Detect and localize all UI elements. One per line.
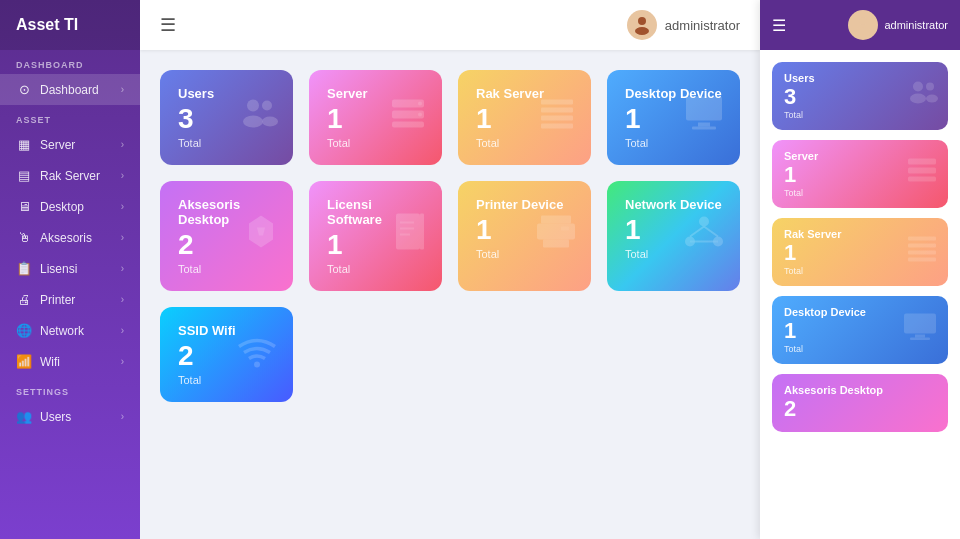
svg-rect-12 — [541, 107, 573, 112]
svg-rect-14 — [541, 123, 573, 128]
sidebar-item-aksesoris[interactable]: 🖱 Aksesoris › — [0, 222, 140, 253]
chevron-icon: › — [121, 84, 124, 95]
card-network[interactable]: Network Device 1 Total — [607, 181, 740, 291]
svg-point-10 — [418, 112, 422, 116]
svg-point-0 — [638, 17, 646, 25]
card-printer-title: Printer Device — [476, 197, 573, 212]
sidebar-item-rakserver[interactable]: ▤ Rak Server › — [0, 160, 140, 191]
sidebar-item-server[interactable]: ▦ Server › — [0, 129, 140, 160]
chevron-icon-rakserver: › — [121, 170, 124, 181]
svg-rect-46 — [908, 258, 936, 262]
card-users-icon — [239, 95, 279, 140]
svg-rect-18 — [396, 214, 420, 250]
sidebar-label-rakserver: Rak Server — [40, 169, 100, 183]
desktop-icon: 🖥 — [16, 199, 32, 214]
card-server-icon — [388, 95, 428, 140]
card-lisensi[interactable]: Licensi Software 1 Total — [309, 181, 442, 291]
mini-card-aksesoris-number: 2 — [784, 396, 936, 422]
svg-rect-45 — [908, 251, 936, 255]
svg-rect-16 — [698, 122, 710, 126]
svg-line-31 — [704, 227, 718, 237]
svg-rect-8 — [392, 121, 424, 127]
svg-point-1 — [635, 27, 649, 35]
card-network-icon — [682, 214, 726, 259]
svg-point-38 — [926, 83, 934, 91]
card-aksesoris-label: Total — [178, 263, 275, 275]
sidebar-label-wifi: Wifi — [40, 355, 60, 369]
svg-point-2 — [247, 99, 259, 111]
sidebar-label-network: Network — [40, 324, 84, 338]
topbar: ☰ administrator — [140, 0, 760, 50]
svg-rect-20 — [400, 222, 414, 224]
card-aksesoris[interactable]: Aksesoris Desktop 2 Total — [160, 181, 293, 291]
sidebar-label-printer: Printer — [40, 293, 75, 307]
sidebar-item-dashboard[interactable]: ⊙ Dashboard › — [0, 74, 140, 105]
svg-rect-47 — [904, 314, 936, 334]
svg-point-9 — [418, 101, 422, 105]
svg-rect-15 — [686, 96, 722, 120]
card-aksesoris-icon — [243, 214, 279, 259]
server-icon: ▦ — [16, 137, 32, 152]
card-rakserver[interactable]: Rak Server 1 Total — [458, 70, 591, 165]
sidebar-label-server: Server — [40, 138, 75, 152]
right-panel-admin-name: administrator — [884, 19, 948, 31]
chevron-icon-lisensi: › — [121, 263, 124, 274]
svg-point-27 — [699, 217, 709, 227]
card-server[interactable]: Server 1 Total — [309, 70, 442, 165]
sidebar-label-aksesoris: Aksesoris — [40, 231, 92, 245]
wifi-icon: 📶 — [16, 354, 32, 369]
svg-point-34 — [859, 17, 867, 25]
dashboard-icon: ⊙ — [16, 82, 32, 97]
card-desktop-icon — [682, 94, 726, 141]
card-desktop[interactable]: Desktop Device 1 Total — [607, 70, 740, 165]
aksesoris-icon: 🖱 — [16, 230, 32, 245]
card-printer[interactable]: Printer Device 1 Total — [458, 181, 591, 291]
cards-grid: Users 3 Total Server 1 Total — [160, 70, 740, 402]
mini-card-rakserver[interactable]: Rak Server 1 Total — [772, 218, 948, 286]
sidebar-item-desktop[interactable]: 🖥 Desktop › — [0, 191, 140, 222]
chevron-icon-desktop: › — [121, 201, 124, 212]
sidebar-item-printer[interactable]: 🖨 Printer › — [0, 284, 140, 315]
sidebar-item-lisensi[interactable]: 📋 Lisensi › — [0, 253, 140, 284]
svg-point-39 — [926, 95, 938, 103]
sidebar-item-network[interactable]: 🌐 Network › — [0, 315, 140, 346]
mini-card-desktop[interactable]: Desktop Device 1 Total — [772, 296, 948, 364]
svg-rect-44 — [908, 244, 936, 248]
svg-rect-24 — [537, 224, 575, 240]
svg-rect-13 — [541, 115, 573, 120]
sidebar-label-users: Users — [40, 410, 71, 424]
chevron-icon-network: › — [121, 325, 124, 336]
mini-card-aksesoris[interactable]: Aksesoris Desktop 2 — [772, 374, 948, 432]
card-users[interactable]: Users 3 Total — [160, 70, 293, 165]
svg-rect-23 — [541, 216, 571, 224]
chevron-icon-server: › — [121, 139, 124, 150]
svg-point-3 — [243, 115, 263, 127]
chevron-icon-printer: › — [121, 294, 124, 305]
mini-card-users-icon — [908, 79, 938, 114]
dashboard-content: Users 3 Total Server 1 Total — [140, 50, 760, 539]
svg-point-37 — [910, 94, 926, 104]
chevron-icon-aksesoris: › — [121, 232, 124, 243]
asset-section-label: ASSET — [0, 105, 140, 129]
svg-line-30 — [690, 227, 704, 237]
card-wifi[interactable]: SSID Wifi 2 Total — [160, 307, 293, 402]
printer-icon: 🖨 — [16, 292, 32, 307]
sidebar-item-wifi[interactable]: 📶 Wifi › — [0, 346, 140, 377]
menu-toggle-button[interactable]: ☰ — [160, 14, 176, 36]
svg-rect-43 — [908, 237, 936, 241]
mini-card-server[interactable]: Server 1 Total — [772, 140, 948, 208]
app-logo: Asset TI — [0, 0, 140, 50]
right-panel-hamburger[interactable]: ☰ — [772, 16, 786, 35]
sidebar-item-users[interactable]: 👥 Users › — [0, 401, 140, 432]
right-panel: ☰ administrator Users 3 Total — [760, 0, 960, 539]
mini-card-users[interactable]: Users 3 Total — [772, 62, 948, 130]
svg-point-33 — [254, 361, 260, 367]
right-panel-topbar: ☰ administrator — [760, 0, 960, 50]
svg-point-36 — [913, 82, 923, 92]
dashboard-section-label: DASHBOARD — [0, 50, 140, 74]
svg-rect-21 — [400, 228, 414, 230]
card-lisensi-label: Total — [327, 263, 424, 275]
card-network-title: Network Device — [625, 197, 722, 212]
card-printer-icon — [535, 214, 577, 259]
users-icon: 👥 — [16, 409, 32, 424]
